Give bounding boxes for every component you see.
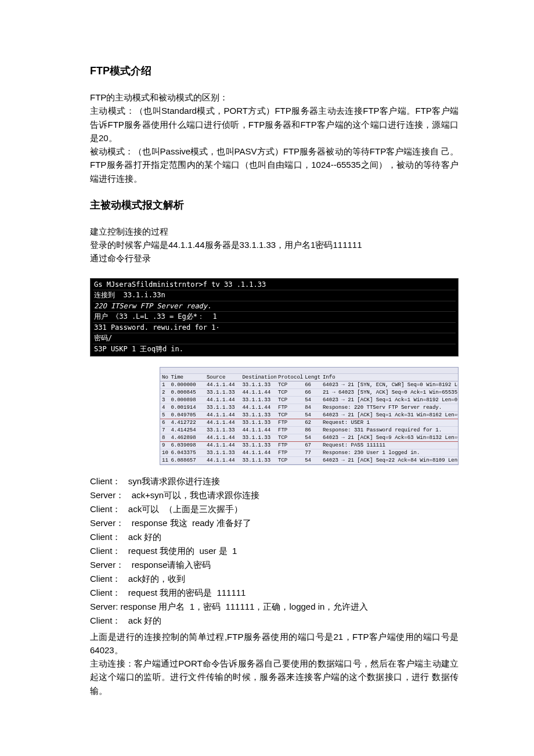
terminal-line: 用户 《33 .L=L .33 = Eg必*： 1 — [93, 312, 456, 323]
packet-cell: 33.1.1.33 — [240, 381, 276, 388]
packet-cell: 54 — [303, 456, 321, 464]
packet-row: 10.00000044.1.1.4433.1.1.33TCP6664023 → … — [160, 381, 458, 388]
packet-cell: 5 — [160, 411, 169, 419]
packet-cell: 77 — [303, 449, 321, 456]
col-prot: Protocol — [276, 374, 303, 381]
terminal-line: 密码/ — [93, 333, 456, 344]
packet-cell: 84 — [303, 404, 321, 411]
packet-cell: 44.1.1.44 — [205, 441, 241, 449]
terminal-output: Gs MJseraSfildministrntor>f tv 33 .1.1.3… — [90, 278, 459, 357]
packet-cell: 33.1.1.33 — [205, 426, 241, 434]
packet-cell: 64023 → 21 [SYN, ECN, CWR] Seq=0 Win=819… — [321, 381, 458, 388]
packet-capture-panel: No. Time Source Destination Protocol Len… — [160, 367, 459, 465]
dialog-block: Client： syn我请求跟你进行连接Server： ack+syn可以，我也… — [90, 474, 459, 628]
packet-cell: 6.043375 — [169, 449, 205, 456]
packet-cell: 0.049705 — [169, 411, 205, 419]
document-page: FTP模式介绍 FTP的主动模式和被动模式的区别： 主动模式：（也叫Standa… — [0, 0, 534, 755]
dialog-line: Client： syn我请求跟你进行连接 — [90, 474, 459, 488]
intro-line-2: 主动模式：（也叫Standard模式，PORT方式）FTP服务器主动去连接FTP… — [90, 104, 459, 145]
col-len: Length — [303, 374, 321, 381]
packet-cell: TCP — [276, 411, 303, 419]
packet-cell: 64023 → 21 [ACK] Seq=1 Ack=1 Win=8192 Le… — [321, 396, 458, 404]
col-time: Time — [169, 374, 205, 381]
packet-cell: 1 — [160, 381, 169, 388]
dialog-line: Client： ack 好的 — [90, 530, 459, 544]
packet-cell: FTP — [276, 404, 303, 411]
packet-cell: 44.1.1.44 — [240, 449, 276, 456]
packet-cell: 6 — [160, 419, 169, 426]
packet-cell: 0.000000 — [169, 381, 205, 388]
packet-cell: 9 — [160, 441, 169, 449]
terminal-line: 连接到 33.1.i.33n — [93, 290, 456, 301]
packet-row: 64.41272244.1.1.4433.1.1.33FTP62Request:… — [160, 419, 458, 426]
packet-row: 116.08865744.1.1.4433.1.1.33TCP5464023 →… — [160, 456, 458, 464]
intro-line-3: 被动模式：（也叫Passive模式，也叫PASV方式）FTP服务器被动的等待FT… — [90, 145, 459, 185]
dialog-line: Client： ack 好的 — [90, 614, 459, 628]
packet-cell: 6.039098 — [169, 441, 205, 449]
packet-cell: TCP — [276, 388, 303, 396]
packet-row: 20.00084533.1.1.3344.1.1.44TCP6621 → 640… — [160, 388, 458, 396]
packet-cell: 33.1.1.33 — [240, 441, 276, 449]
packet-cell: Request: USER 1 — [321, 419, 458, 426]
packet-row: 96.03909844.1.1.4433.1.1.33FTP67Request:… — [160, 441, 458, 449]
packet-cell: FTP — [276, 449, 303, 456]
packet-cell: 54 — [303, 411, 321, 419]
packet-row: 50.04970544.1.1.4433.1.1.33TCP5464023 → … — [160, 411, 458, 419]
packet-cell: 64023 → 21 [ACK] Seq=22 Ack=84 Win=8109 … — [321, 456, 458, 464]
packet-cell: 33.1.1.33 — [205, 404, 241, 411]
dialog-line: Client： request 我使用的 user 是 1 — [90, 544, 459, 558]
packet-cell: 67 — [303, 441, 321, 449]
col-no: No. — [160, 374, 169, 381]
packet-cell: 2 — [160, 388, 169, 396]
packet-cell: 44.1.1.44 — [205, 419, 241, 426]
login-line-1: 建立控制连接的过程 — [90, 225, 459, 238]
packet-cell: 66 — [303, 388, 321, 396]
col-info: Info — [321, 374, 458, 381]
dialog-line: Server： response请输入密码 — [90, 558, 459, 572]
packet-cell: 8 — [160, 434, 169, 441]
packet-cell: TCP — [276, 434, 303, 441]
packet-cell: Response: 220 TTServ FTP Server ready. — [321, 404, 458, 411]
packet-cell: TCP — [276, 396, 303, 404]
packet-table: No. Time Source Destination Protocol Len… — [160, 374, 458, 465]
dialog-line: Server: response 用户名 1，密码 111111，正确，logg… — [90, 600, 459, 614]
intro-line-1: FTP的主动模式和被动模式的区别： — [90, 91, 459, 104]
packet-cell: 21 → 64023 [SYN, ACK] Seq=0 Ack=1 Win=65… — [321, 388, 458, 396]
dialog-line: Server： response 我这 ready 准备好了 — [90, 516, 459, 530]
packet-cell: 44.1.1.44 — [205, 411, 241, 419]
packet-cell: 4 — [160, 404, 169, 411]
packet-cell: 0.000845 — [169, 388, 205, 396]
col-src: Source — [205, 374, 241, 381]
packet-cell: 44.1.1.44 — [240, 426, 276, 434]
packet-cell: 4.414254 — [169, 426, 205, 434]
packet-cell: 0.000898 — [169, 396, 205, 404]
packet-cell: TCP — [276, 381, 303, 388]
col-dst: Destination — [240, 374, 276, 381]
packet-cell: 0.001914 — [169, 404, 205, 411]
packet-cell: 7 — [160, 426, 169, 434]
packet-cell: 10 — [160, 449, 169, 456]
packet-cell: 33.1.1.33 — [240, 419, 276, 426]
packet-cell: 33.1.1.33 — [205, 388, 241, 396]
packet-cell: 33.1.1.33 — [240, 456, 276, 464]
dialog-line: Client： ack好的，收到 — [90, 572, 459, 586]
packet-cell: 33.1.1.33 — [205, 449, 241, 456]
packet-cell: 64023 → 21 [ACK] Seq=9 Ack=63 Win=8132 L… — [321, 434, 458, 441]
packet-cell: 66 — [303, 381, 321, 388]
packet-cell: 44.1.1.44 — [205, 434, 241, 441]
tail-paragraph-2: 主动连接：客户端通过PORT命令告诉服务器自己要使用的数据端口号，然后在客户端主… — [90, 657, 459, 697]
login-desc-block: 建立控制连接的过程 登录的时候客户端是44.1.1.44服务器是33.1.1.3… — [90, 225, 459, 265]
packet-cell: 44.1.1.44 — [205, 396, 241, 404]
packet-cell: 33.1.1.33 — [240, 411, 276, 419]
packet-cell: Request: PASS 111111 — [321, 441, 458, 449]
terminal-line: 22O ITSerw FTP Server ready. — [93, 301, 456, 312]
dialog-line: Client： ack可以 （上面是三次握手） — [90, 502, 459, 516]
packet-cell: Response: 230 User 1 logged in. — [321, 449, 458, 456]
packet-cell: 11 — [160, 456, 169, 464]
packet-cell: 54 — [303, 396, 321, 404]
packet-cell: 44.1.1.44 — [205, 381, 241, 388]
tail-paragraph-1: 上面是进行的连接控制的简单过程,FTP服务器使用的端口号是21，FTP客户端使用… — [90, 630, 459, 657]
packet-cell: 44.1.1.44 — [240, 404, 276, 411]
dialog-line: Server： ack+syn可以，我也请求跟你连接 — [90, 488, 459, 502]
packet-header-row: No. Time Source Destination Protocol Len… — [160, 374, 458, 381]
